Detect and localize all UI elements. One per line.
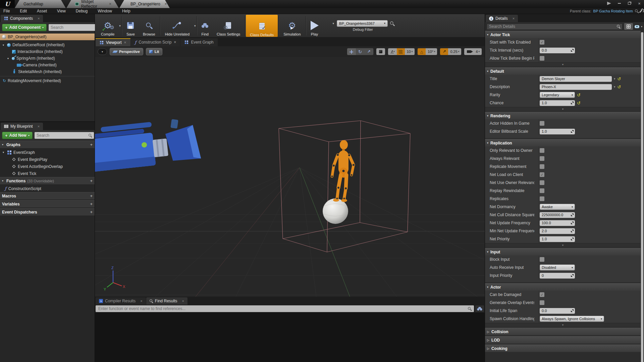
section-variables[interactable]: Variables + — [0, 200, 95, 207]
camera-actor[interactable] — [95, 116, 201, 173]
chevron-expanded-icon[interactable]: ▾ — [3, 44, 5, 47]
my-blueprint-search[interactable] — [35, 132, 94, 139]
dropdown[interactable]: Always Spawn, Ignore Collisions▾ — [540, 316, 604, 322]
tree-item-camera[interactable]: Camera (Inherited) — [0, 62, 95, 68]
unreal-logo[interactable]: U — [0, 0, 15, 8]
search-icon[interactable] — [390, 21, 394, 25]
chevron-down-icon[interactable]: ▾ — [119, 24, 121, 27]
close-icon[interactable]: × — [38, 16, 40, 20]
play-button[interactable]: Play — [307, 15, 323, 36]
rotate-tool-button[interactable]: ↻ — [356, 48, 365, 55]
window-tab-widget-reflector[interactable]: Widget Reflector × — [66, 0, 119, 8]
checkbox[interactable] — [540, 180, 544, 185]
menu-item[interactable]: Help — [122, 9, 130, 13]
section-expander[interactable]: ▼ — [485, 62, 641, 66]
close-icon[interactable]: × — [109, 2, 111, 6]
scale-snap-value-button[interactable]: 0.25▾ — [448, 48, 461, 55]
close-icon[interactable]: × — [174, 40, 176, 45]
rotation-snap-toggle[interactable]: △ — [418, 48, 426, 55]
tab-compiler-results[interactable]: > Compiler Results × — [96, 297, 146, 305]
save-button[interactable]: Save — [122, 15, 139, 36]
checkbox[interactable] — [540, 164, 544, 169]
drag-corner-icon[interactable] — [571, 214, 574, 216]
tree-item-self[interactable]: BP_OrangeHero(self) — [0, 34, 95, 40]
checkbox[interactable] — [540, 172, 544, 177]
tree-item-skeletalmesh[interactable]: SkeletalMesh (Inherited) — [0, 68, 95, 75]
chevron-down-icon[interactable]: ▾ — [614, 77, 615, 80]
function-item-constructionscript[interactable]: ƒ ConstructionScript — [0, 185, 95, 192]
drag-corner-icon[interactable] — [571, 222, 574, 224]
number-field[interactable]: 0 — [540, 273, 575, 279]
section-header[interactable]: ▷ Cooking — [485, 345, 641, 352]
simulation-button[interactable]: ⚙ Simulation — [279, 15, 305, 36]
number-field[interactable]: 0.0 — [540, 308, 575, 314]
chevron-down-icon[interactable]: ▾ — [194, 24, 196, 27]
share-icon[interactable] — [606, 1, 612, 6]
add-macro-button[interactable]: + — [90, 193, 93, 198]
close-icon[interactable]: × — [165, 2, 167, 6]
scale-tool-button[interactable]: ↗ — [365, 48, 373, 55]
rotation-snap-value-button[interactable]: 10°▾ — [426, 48, 437, 55]
close-icon[interactable]: × — [140, 299, 142, 303]
scale-snap-toggle[interactable]: ↗ — [440, 48, 448, 55]
text-field[interactable]: Phoen-X — [540, 84, 612, 90]
graph-item-eventgraph[interactable]: ▾ EventGraph — [0, 149, 95, 156]
section-expander[interactable]: ▼ — [485, 107, 641, 111]
results-output-area[interactable] — [95, 313, 485, 362]
checkbox[interactable] — [540, 121, 544, 126]
tree-item-defaultsceneroot[interactable]: ▾ DefaultSceneRoot (Inherited) — [0, 42, 95, 48]
section-expander[interactable]: ▼ — [485, 323, 641, 327]
add-function-button[interactable]: + — [90, 178, 93, 183]
tab-event-graph[interactable]: Event Graph — [180, 38, 217, 46]
number-field[interactable]: 225000000.0 — [540, 212, 575, 218]
viewport-3d[interactable]: Z X Y — [95, 57, 485, 297]
number-field[interactable]: 1.0 — [540, 236, 575, 242]
add-new-button[interactable]: + Add New ▾ — [2, 132, 33, 139]
mannequin-actor[interactable] — [331, 140, 355, 202]
details-scroll-area[interactable]: ▾ Actor Tick Start with Tick Enabled ▾ ▾ — [485, 31, 641, 362]
add-component-button[interactable]: + Add Component ▾ — [2, 24, 47, 31]
dropdown[interactable]: Disabled▾ — [540, 264, 575, 270]
camera-speed-button[interactable] — [464, 48, 474, 55]
menu-item[interactable]: View — [57, 9, 66, 13]
chevron-down-icon[interactable]: ▾ — [333, 22, 334, 25]
section-macros[interactable]: Macros + — [0, 192, 95, 199]
section-header[interactable]: ▾ Replication — [485, 139, 641, 146]
dropdown[interactable]: Legendary▾ — [540, 92, 575, 98]
close-icon[interactable]: × — [513, 16, 515, 20]
window-tab-gachamap[interactable]: GachaMap — [15, 0, 66, 8]
perspective-button[interactable]: Perspective — [110, 48, 143, 55]
details-search[interactable] — [487, 23, 623, 30]
eye-icon[interactable] — [635, 25, 639, 28]
tree-item-interactionbox[interactable]: InteractionBox (Inherited) — [0, 48, 95, 55]
number-field[interactable]: 100.0 — [540, 220, 575, 226]
minimize-button[interactable] — [616, 1, 622, 6]
dropdown[interactable]: Awake▾ — [540, 204, 575, 210]
close-icon[interactable]: × — [38, 124, 40, 128]
checkbox[interactable] — [540, 56, 544, 61]
tab-my-blueprint[interactable]: My Blueprint × — [1, 123, 43, 130]
graph-event-item[interactable]: Event ActorBeginOverlap — [0, 163, 95, 170]
close-icon[interactable]: × — [182, 299, 184, 303]
class-settings-button[interactable]: Class Settings — [213, 15, 244, 36]
chevron-down-icon[interactable]: ▾ — [614, 85, 615, 88]
chevron-expanded-icon[interactable]: ▾ — [7, 57, 10, 60]
details-search-input[interactable] — [489, 24, 617, 29]
checkbox[interactable] — [540, 40, 544, 45]
section-header[interactable]: ▾ Default — [485, 67, 641, 75]
number-field[interactable]: 2.0 — [540, 228, 575, 234]
drag-corner-icon[interactable] — [571, 238, 574, 240]
checkbox[interactable] — [540, 188, 544, 193]
tab-viewport[interactable]: Viewport × — [96, 38, 130, 46]
search-icon[interactable] — [635, 9, 638, 13]
drag-corner-icon[interactable] — [571, 49, 574, 52]
checkbox[interactable] — [540, 196, 544, 201]
browse-button[interactable]: Browse — [139, 15, 159, 36]
menu-item[interactable]: Edit — [20, 9, 27, 13]
add-variable-button[interactable]: + — [90, 201, 93, 206]
section-header[interactable]: ▾ Actor Tick — [485, 31, 641, 38]
find-references-input[interactable] — [98, 306, 468, 311]
drag-corner-icon[interactable] — [571, 274, 574, 277]
preview-sphere[interactable] — [323, 198, 348, 224]
number-field[interactable]: 1.0 — [540, 129, 575, 134]
